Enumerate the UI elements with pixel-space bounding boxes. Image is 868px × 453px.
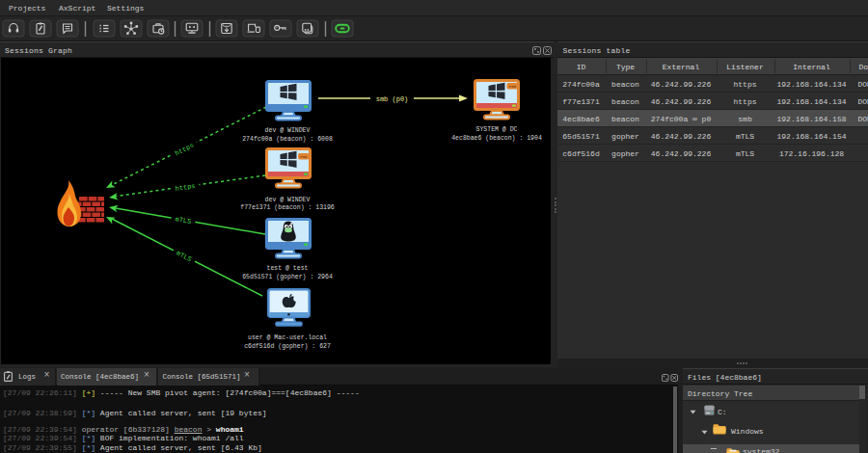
svg-text:P30: P30	[509, 85, 517, 89]
svg-text:f77e1371 (beacon) : 13196: f77e1371 (beacon) : 13196	[240, 204, 335, 211]
svg-text:65d51571 (gopher) : 2964: 65d51571 (gopher) : 2964	[242, 274, 333, 280]
svg-text:P30: P30	[300, 155, 308, 159]
svg-text:user @ Mac-user.local: user @ Mac-user.local	[248, 334, 327, 341]
svg-text:smb (p0): smb (p0)	[376, 95, 409, 103]
svg-text:4ec8bae6 (beacon) : 1904: 4ec8bae6 (beacon) : 1904	[451, 135, 542, 142]
svg-text:dev @ WINDEV: dev @ WINDEV	[265, 127, 311, 134]
svg-text:SYSTEM @ DC: SYSTEM @ DC	[476, 126, 518, 133]
svg-text:274fc00a (beacon) : 6008: 274fc00a (beacon) : 6008	[242, 136, 333, 143]
svg-text:test @ test: test @ test	[267, 265, 309, 272]
svg-text:c6df516d (gopher) : 627: c6df516d (gopher) : 627	[244, 343, 331, 350]
svg-text:dev @ WINDEV: dev @ WINDEV	[265, 197, 311, 203]
